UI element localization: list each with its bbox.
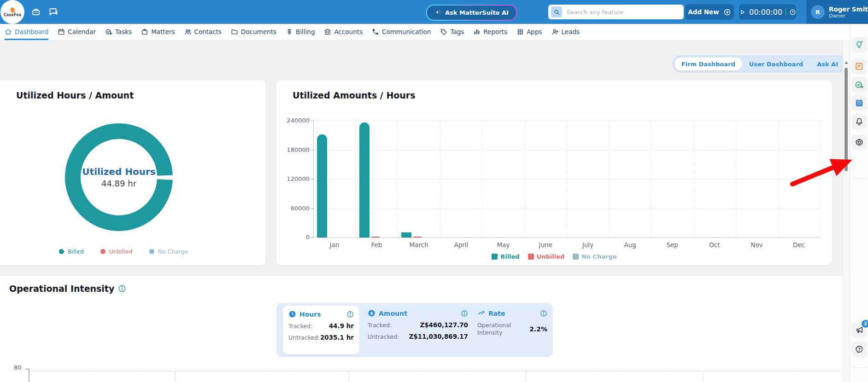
add-new-button[interactable]: Add New <box>685 4 734 20</box>
tab-contacts[interactable]: Contacts <box>184 24 222 40</box>
info-icon[interactable] <box>346 311 354 318</box>
donut-center-label: Utilized Hours <box>82 166 155 177</box>
folder-icon <box>231 28 238 35</box>
clock-icon[interactable] <box>789 9 796 16</box>
x-tick-label: Sep <box>651 241 693 249</box>
x-tick-label: Feb <box>356 241 398 249</box>
plus-circle-icon <box>723 8 731 16</box>
legend-dot <box>100 249 106 254</box>
settings-button[interactable] <box>851 134 867 150</box>
timer-divider <box>786 8 786 16</box>
bottom-chart-ytick: 80 <box>14 364 22 371</box>
gridline <box>356 121 356 237</box>
scrollbar[interactable] <box>843 40 849 382</box>
legend-unbilled[interactable]: Unbilled <box>100 248 133 255</box>
tab-reports[interactable]: Reports <box>473 24 507 40</box>
ask-mattersuite-ai-button[interactable]: Ask MatterSuite AI <box>426 5 517 21</box>
legend-label: Billed <box>500 253 519 260</box>
dollar-icon: $ <box>368 309 375 317</box>
bar-billed-march <box>401 232 411 237</box>
toggle-ask-ai[interactable]: Ask AI <box>810 58 845 70</box>
dashboard-toggle: Firm DashboardUser DashboardAsk AI <box>673 56 847 72</box>
svg-text:$: $ <box>370 311 373 316</box>
rate-label: Operational Intensity <box>477 322 516 336</box>
announcements-button[interactable]: 2 <box>851 322 867 338</box>
contacts-icon <box>184 28 192 35</box>
note-icon <box>855 62 864 71</box>
home-icon <box>5 28 12 35</box>
section-heading: Operational Intensity <box>9 284 114 294</box>
tracked-hours-value: 44.9 hr <box>329 322 354 330</box>
amount-card: $ Amount Tracked: Z$460,127.70 Untracked… <box>368 309 468 340</box>
ai-ideas-button[interactable] <box>851 37 867 52</box>
trend-icon <box>477 309 485 317</box>
nav-label: Apps <box>527 28 542 35</box>
search-input[interactable] <box>566 8 681 16</box>
timer-widget[interactable]: 00:00:00 <box>739 4 796 20</box>
legend-dot <box>149 249 154 254</box>
tab-billing[interactable]: Billing <box>286 24 315 40</box>
scrollbar-thumb[interactable] <box>845 68 848 171</box>
tab-tasks[interactable]: Tasks <box>105 24 132 40</box>
toggle-user-dashboard[interactable]: User Dashboard <box>742 58 810 70</box>
logo-flame-icon <box>9 6 16 13</box>
donut-center-value: 44.89 hr <box>101 179 136 188</box>
nav-label: Reports <box>483 28 507 35</box>
x-axis <box>313 237 820 238</box>
legend-billed[interactable]: Billed <box>59 248 84 255</box>
info-icon[interactable] <box>461 310 468 317</box>
play-icon[interactable] <box>739 9 746 16</box>
app-logo[interactable]: CaseFox <box>0 0 24 24</box>
add-task-button[interactable] <box>851 77 867 93</box>
utilized-hours-card: Utilized Hours / Amount Utilized Hours 4… <box>0 80 266 265</box>
tab-calendar[interactable]: Calendar <box>58 24 96 40</box>
user-menu[interactable]: R Roger Smith Owner <box>806 0 868 24</box>
robot-icon[interactable] <box>30 6 41 17</box>
search-icon[interactable] <box>551 6 562 17</box>
legend-label: Unbilled <box>109 248 133 255</box>
gridline <box>567 121 567 237</box>
bottom-chart-gridline <box>29 371 850 371</box>
gridline <box>820 121 821 237</box>
tab-apps[interactable]: Apps <box>516 24 542 40</box>
notifications-button[interactable] <box>851 114 867 129</box>
main-navigation: DashboardCalendarTasksMattersContactsDoc… <box>0 24 868 41</box>
scrollbar-up-arrow[interactable] <box>845 61 848 64</box>
calendar-icon <box>58 28 65 35</box>
info-icon[interactable] <box>540 310 547 317</box>
person-plus-icon <box>551 28 559 35</box>
y-tick-label: 0 <box>282 234 310 241</box>
notes-button[interactable] <box>851 58 867 74</box>
legend-unbilled[interactable]: Unbilled <box>528 253 565 260</box>
bottom-chart-vgrid <box>526 371 526 382</box>
untracked-label: Untracked: <box>368 333 399 340</box>
toggle-firm-dashboard[interactable]: Firm Dashboard <box>674 58 742 70</box>
tab-tags[interactable]: Tags <box>440 24 464 40</box>
tab-matters[interactable]: Matters <box>141 24 175 40</box>
tab-leads[interactable]: Leads <box>551 24 580 40</box>
nav-label: Accounts <box>334 28 363 35</box>
x-tick-label: April <box>440 241 482 249</box>
legend-billed[interactable]: Billed <box>492 253 519 260</box>
info-icon[interactable] <box>118 284 126 293</box>
tab-dashboard[interactable]: Dashboard <box>5 24 48 40</box>
x-tick-label: June <box>524 241 567 249</box>
legend-no-charge[interactable]: No Charge <box>149 248 188 255</box>
calendar-button[interactable] <box>851 95 867 111</box>
bottom-chart-vgrid <box>349 371 349 382</box>
help-button[interactable]: ? <box>851 341 867 357</box>
tab-communication[interactable]: Communication <box>372 24 431 40</box>
bell-icon <box>855 117 864 126</box>
lightbulb-sparkle-icon <box>855 40 864 49</box>
x-tick-label: March <box>398 241 440 249</box>
tab-documents[interactable]: Documents <box>231 24 276 40</box>
operational-intensity-section: Operational Intensity Hours Tracked: 44.… <box>0 276 850 382</box>
chat-icon[interactable] <box>48 6 59 17</box>
avatar: R <box>811 5 825 19</box>
timer-value: 00:00:00 <box>749 8 782 17</box>
gridline <box>778 121 778 237</box>
untracked-hours-value: 2035.1 hr <box>320 334 354 341</box>
legend-no-charge[interactable]: No Charge <box>573 253 616 260</box>
bank-icon <box>324 28 331 35</box>
tab-accounts[interactable]: Accounts <box>324 24 363 40</box>
